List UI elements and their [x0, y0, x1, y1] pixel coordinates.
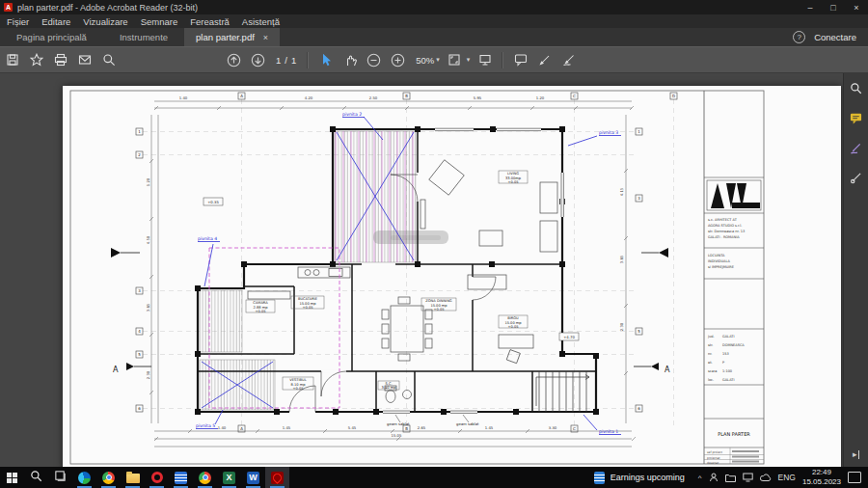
- zoom-level[interactable]: 50%: [416, 55, 434, 66]
- svg-text:s.c. ARHITECT AT: s.c. ARHITECT AT: [708, 218, 738, 222]
- svg-text:3.85: 3.85: [619, 255, 624, 263]
- chrome-icon: [102, 472, 115, 484]
- floor-plan-drawing: ABCD 123456 1356 ABC 1.404: [63, 86, 841, 467]
- news-widget[interactable]: Earnings upcoming: [594, 472, 685, 484]
- tray-chevron-icon[interactable]: ^: [698, 474, 702, 482]
- taskbar-notes-app[interactable]: [169, 467, 193, 488]
- svg-text:4.20: 4.20: [305, 95, 313, 100]
- menu-bar: Fișier Editare Vizualizare Semnare Ferea…: [0, 14, 868, 28]
- news-widget-label: Earnings upcoming: [610, 473, 685, 482]
- zoom-caret-icon[interactable]: ▾: [436, 56, 440, 64]
- panel-fill-sign-button[interactable]: [849, 142, 864, 157]
- minimize-button[interactable]: –: [799, 3, 822, 13]
- tray-display-icon[interactable]: [743, 473, 753, 482]
- taskbar-opera[interactable]: [145, 467, 169, 488]
- taskbar-excel[interactable]: X: [217, 467, 241, 488]
- svg-text:1.40: 1.40: [179, 95, 188, 100]
- zoom-out-button[interactable]: [362, 49, 386, 70]
- taskbar-search-button[interactable]: [24, 467, 48, 488]
- tab-document[interactable]: plan parter.pdf ×: [184, 28, 280, 46]
- zoom-in-button[interactable]: [386, 49, 410, 70]
- taskbar-edge[interactable]: [72, 467, 96, 488]
- menu-editare[interactable]: Editare: [41, 16, 70, 27]
- favorite-button[interactable]: [24, 49, 48, 70]
- page-up-button[interactable]: [222, 49, 246, 70]
- menu-semnare[interactable]: Semnare: [141, 16, 178, 27]
- svg-text:sef proiect: sef proiect: [707, 450, 723, 454]
- toolbar: 1 / 1 50% ▾ ▾: [0, 46, 868, 73]
- fit-page-button[interactable]: [443, 49, 467, 70]
- taskbar-word[interactable]: W: [241, 467, 265, 488]
- scroll-mode-button[interactable]: [473, 49, 497, 70]
- panel-search-button[interactable]: [849, 82, 864, 97]
- save-button[interactable]: [0, 49, 24, 70]
- envelope-icon: [78, 53, 92, 67]
- comment-tool-button[interactable]: [508, 49, 532, 70]
- svg-text:3.40 mp: 3.40 mp: [382, 386, 397, 390]
- tray-folder-icon[interactable]: [725, 474, 736, 482]
- panel-expand-button[interactable]: ▸: [853, 449, 859, 459]
- tray-person-icon[interactable]: [709, 473, 719, 482]
- svg-text:6: 6: [138, 406, 141, 411]
- email-button[interactable]: [72, 49, 96, 70]
- panel-edit-pdf-button[interactable]: [849, 172, 864, 187]
- save-icon: [6, 53, 19, 67]
- taskbar: X W Earnings upcoming ^ ENG 22:49 15.05.…: [0, 467, 868, 488]
- window-title: plan parter.pdf - Adobe Acrobat Reader (…: [17, 3, 198, 13]
- svg-text:3.85: 3.85: [146, 303, 150, 312]
- svg-text:GALATI: GALATI: [722, 335, 734, 339]
- browser-icon: [199, 472, 211, 484]
- tab-tools[interactable]: Instrumente: [103, 28, 184, 46]
- taskbar-browser-2[interactable]: [193, 467, 217, 488]
- right-tool-panel: ▸: [843, 73, 868, 467]
- close-button[interactable]: ×: [845, 3, 868, 13]
- title-block: s.c. ARHITECT AT AGORA STUDIO s.r.l. str…: [704, 177, 764, 465]
- sign-in-button[interactable]: Conectare: [814, 32, 856, 42]
- menu-vizualizare[interactable]: Vizualizare: [83, 16, 127, 27]
- panel-comment-button[interactable]: [849, 112, 864, 127]
- clock[interactable]: 22:49 15.05.2023: [802, 468, 841, 487]
- acrobat-app-icon: A: [4, 3, 13, 12]
- document-area: ABCD 123456 1356 ABC 1.404: [0, 73, 868, 467]
- system-tray: ^ ENG 22:49 15.05.2023: [685, 468, 868, 487]
- menu-fisier[interactable]: Fișier: [7, 16, 29, 27]
- svg-text:2.30: 2.30: [619, 322, 624, 331]
- tab-home[interactable]: Pagina principală: [0, 28, 103, 46]
- tab-close-icon[interactable]: ×: [263, 33, 268, 42]
- notification-center-icon[interactable]: [848, 472, 861, 483]
- find-button[interactable]: [96, 49, 121, 70]
- hand-tool-button[interactable]: [338, 49, 362, 70]
- restore-button[interactable]: □: [822, 3, 845, 13]
- menu-asistenta[interactable]: Asistență: [242, 16, 280, 27]
- page-current[interactable]: 1: [276, 55, 281, 66]
- sign-tool-button[interactable]: [532, 49, 556, 70]
- svg-text:P: P: [722, 361, 724, 365]
- terrace-hatching: [200, 131, 416, 410]
- svg-text:nr.: nr.: [708, 352, 712, 356]
- svg-text:GALATI: GALATI: [722, 378, 734, 382]
- start-button[interactable]: [0, 467, 24, 488]
- tray-cloud-icon[interactable]: [760, 474, 772, 482]
- taskbar-chrome[interactable]: [96, 467, 121, 488]
- taskbar-acrobat[interactable]: [265, 467, 289, 488]
- print-button[interactable]: [48, 49, 72, 70]
- elevation-terrace: +0.35: [207, 200, 219, 204]
- svg-text:+0.05: +0.05: [507, 325, 518, 329]
- page-total: 1: [291, 55, 296, 66]
- svg-text:+0.05: +0.05: [433, 308, 444, 312]
- help-icon[interactable]: ?: [793, 31, 805, 43]
- fit-caret-icon[interactable]: ▾: [467, 56, 471, 64]
- menu-fereastra[interactable]: Fereastră: [190, 16, 230, 27]
- room-sc: S.C.3.40 mp: [382, 382, 397, 390]
- expand-arrow-icon: ▸: [853, 449, 857, 459]
- taskbar-file-explorer[interactable]: [121, 467, 145, 488]
- task-view-button[interactable]: [48, 467, 72, 488]
- language-indicator[interactable]: ENG: [778, 473, 796, 482]
- svg-text:D: D: [672, 94, 675, 98]
- stairs: [536, 371, 589, 412]
- fill-sign-tool-button[interactable]: [556, 49, 581, 70]
- select-tool-button[interactable]: [313, 49, 338, 70]
- page-down-button[interactable]: [246, 49, 270, 70]
- pdf-page[interactable]: ABCD 123456 1356 ABC 1.404: [63, 86, 841, 467]
- svg-text:C: C: [573, 94, 576, 98]
